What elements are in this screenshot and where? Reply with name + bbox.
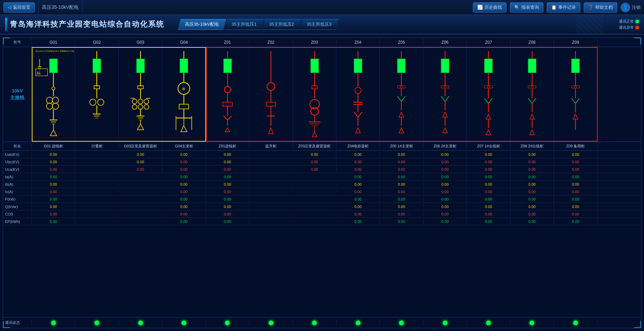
metrics-val-2-4: 0.00	[206, 167, 249, 172]
logout-label: 注销	[632, 4, 641, 11]
metrics-val-4-1	[75, 184, 119, 185]
help-icon: ❓	[588, 5, 594, 10]
metrics-val-6-11: 0.00	[511, 196, 554, 202]
metrics-row-EPkWh: EP(kWh)0.000.000.000.000.000.000.000.000…	[3, 218, 641, 225]
svg-text:⊗: ⊗	[182, 86, 185, 91]
metrics-val-5-11: 0.00	[511, 189, 554, 194]
svg-rect-111	[398, 59, 406, 73]
metrics-row-COS: COS0.000.000.000.000.000.000.000.000.00	[3, 210, 641, 218]
diagram-area: 10kV主接线 由220KV大庄变电站35KV庄霸线080-T3箱 远方 规地	[3, 47, 641, 142]
metrics-val-0-10: 0.00	[467, 152, 510, 157]
metrics-val-4-8: 0.00	[380, 182, 423, 187]
metrics-val-2-8: 0.00	[380, 167, 423, 172]
tab-low-voltage-2[interactable]: 35主所低压2	[262, 19, 301, 30]
metrics-val-5-1	[75, 191, 119, 192]
status-abnormal: 通讯异常	[619, 25, 639, 30]
tab-low-voltage-3[interactable]: 35主所低压3	[299, 19, 339, 30]
tab-low-voltage-1[interactable]: 35主所低压1	[224, 19, 264, 30]
metrics-val-7-1	[75, 206, 119, 207]
metrics-val-3-7: 0.00	[336, 174, 380, 180]
metrics-val-6-10: 0.00	[467, 196, 510, 202]
header-banner: 青岛海洋科技产业园变电站综合自动化系统 高压35-10kV配电 35主所低压1 …	[0, 15, 644, 35]
metrics-val-6-2	[119, 199, 162, 200]
metrics-val-6-3: 0.00	[162, 196, 206, 202]
metrics-val-0-5	[249, 154, 293, 155]
metrics-row-PkW: P(kW)0.000.000.000.000.000.000.000.000.0…	[3, 195, 641, 203]
svg-rect-138	[489, 86, 492, 88]
metrics-val-1-5	[249, 161, 293, 163]
metrics-val-0-6: 0.00	[293, 152, 336, 157]
report-button[interactable]: 🔍 报表查询	[510, 2, 543, 13]
event-button[interactable]: 📋 事件记录	[547, 2, 580, 13]
cabinet-name-G01: G01 进线柜	[32, 143, 75, 150]
metrics-val-7-11: 0.00	[511, 204, 554, 209]
diagram-G01: 由220KV大庄变电站35KV庄霸线080-T3箱 远方 规地	[32, 47, 75, 142]
cabinet-name-Z09: Z09 备用柜	[554, 143, 597, 150]
cabinet-id-Z06: Z06	[423, 39, 467, 46]
metrics-val-5-12: 0.00	[554, 189, 597, 194]
metrics-val-1-8: 0.00	[380, 159, 423, 165]
metrics-val-8-6	[293, 213, 336, 215]
metrics-val-8-9: 0.00	[423, 211, 467, 217]
metrics-val-2-12: 0.00	[554, 167, 597, 172]
metrics-val-0-11: 0.00	[511, 152, 554, 157]
metrics-label-9: EP(kWh)	[3, 219, 32, 224]
metrics-val-7-2	[119, 206, 162, 207]
svg-point-39	[138, 99, 143, 104]
metrics-row-UbcKV: Ubc(KV)0.000.000.000.000.000.000.000.000…	[3, 158, 641, 166]
metrics-val-2-2: 0.00	[119, 167, 162, 172]
tab-high-voltage[interactable]: 高压35-10kV配电	[178, 19, 226, 30]
status-dot-G02	[75, 320, 119, 325]
corner-bl	[3, 321, 10, 328]
metrics-val-4-12: 0.00	[554, 182, 597, 187]
metrics-val-8-10: 0.00	[467, 211, 510, 217]
history-label: 历史曲线	[484, 4, 502, 11]
metrics-val-8-11: 0.00	[511, 211, 554, 217]
metrics-val-2-5	[249, 169, 293, 170]
cabinet-number-row: 柜号 G01 G02 G03 G04 Z01 Z02 Z03 Z04 Z05 Z…	[3, 38, 641, 47]
cabinet-id-Z04: Z04	[336, 39, 380, 46]
metrics-row-UabKV: Uab(KV)0.000.000.000.000.000.000.000.000…	[3, 151, 641, 158]
metrics-val-8-2	[119, 213, 162, 215]
user-area[interactable]: 👤 注销	[621, 3, 641, 12]
history-button[interactable]: 📈 历史曲线	[473, 2, 506, 13]
svg-rect-135	[484, 59, 492, 73]
metrics-val-7-10: 0.00	[467, 204, 510, 209]
status-dot-G01	[32, 320, 75, 325]
metrics-val-6-7: 0.00	[336, 196, 380, 202]
svg-line-128	[441, 96, 445, 101]
metrics-val-2-11: 0.00	[511, 167, 554, 172]
status-dot-Z08	[511, 320, 554, 325]
metrics-val-3-4: 0.00	[206, 174, 249, 180]
svg-line-141	[489, 98, 493, 103]
svg-marker-63	[181, 126, 187, 132]
metrics-val-8-12: 0.00	[554, 211, 597, 217]
svg-rect-162	[576, 86, 579, 88]
svg-line-165	[576, 98, 580, 103]
status-dot-Z06	[423, 320, 467, 325]
metrics-val-5-6	[293, 191, 336, 192]
metrics-val-0-12: 0.00	[554, 152, 597, 157]
svg-line-153	[532, 98, 536, 103]
metrics-val-1-4: 0.00	[206, 159, 249, 165]
svg-point-40	[144, 99, 149, 104]
metrics-val-7-4: 0.00	[206, 204, 249, 209]
metrics-label-1: Ubc(KV)	[3, 159, 32, 165]
metrics-val-5-10: 0.00	[467, 189, 510, 194]
help-button[interactable]: ❓ 帮助文档	[584, 2, 617, 13]
diagram-title: 10kV主接线	[10, 88, 24, 101]
back-button[interactable]: ◁ 返回首页	[3, 2, 35, 13]
metrics-val-0-7: 0.00	[336, 152, 380, 157]
status-row: 通讯状态	[3, 317, 641, 328]
svg-line-117	[401, 96, 406, 101]
svg-rect-150	[533, 86, 536, 88]
panel-table: 柜号 G01 G02 G03 G04 Z01 Z02 Z03 Z04 Z05 Z…	[3, 38, 641, 328]
cabinet-id-Z05: Z05	[380, 39, 423, 46]
svg-rect-86	[311, 59, 318, 73]
svg-rect-53	[180, 59, 188, 73]
metrics-val-0-9: 0.00	[423, 152, 467, 157]
metrics-label-0: Uab(KV)	[3, 152, 32, 157]
metrics-val-3-5	[249, 176, 293, 178]
metrics-val-6-1	[75, 199, 119, 200]
metrics-val-4-3: 0.00	[162, 182, 206, 187]
